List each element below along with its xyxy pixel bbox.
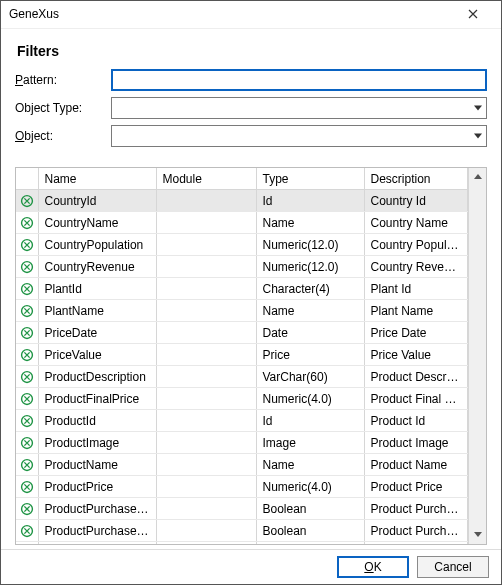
titlebar: GeneXus <box>1 1 501 29</box>
cell-type: Name <box>256 454 364 476</box>
cell-description: Product Purchas... <box>364 520 468 542</box>
object-type-label: Object Type: <box>15 101 111 115</box>
cell-module <box>156 344 256 366</box>
table-row[interactable]: ProductFinalPriceNumeric(4.0)Product Fin… <box>16 388 468 410</box>
cell-type: Numeric(4.0) <box>256 388 364 410</box>
cell-name: PriceDate <box>38 322 156 344</box>
chevron-down-icon <box>474 133 482 138</box>
table-row[interactable]: ProductPriceNumeric(4.0)Product Price <box>16 476 468 498</box>
cell-module <box>156 432 256 454</box>
attribute-icon <box>16 410 38 432</box>
scroll-up-button[interactable] <box>469 168 486 186</box>
cell-type: Numeric(12.0) <box>256 256 364 278</box>
table-row[interactable]: ProductPurchaseU...Character(3)Product P… <box>16 542 468 544</box>
table-row[interactable]: CountryPopulationNumeric(12.0)Country Po… <box>16 234 468 256</box>
cell-name: ProductPurchaseC... <box>38 520 156 542</box>
cell-module <box>156 190 256 212</box>
cell-type: Image <box>256 432 364 454</box>
cell-name: ProductDescription <box>38 366 156 388</box>
cell-type: Date <box>256 322 364 344</box>
table-row[interactable]: ProductNameNameProduct Name <box>16 454 468 476</box>
cell-description: Product Price <box>364 476 468 498</box>
attribute-icon <box>16 234 38 256</box>
results-grid: Name Module Type Description CountryIdId… <box>15 167 487 545</box>
dialog-window: GeneXus Filters Pattern: Object Type: Ob… <box>0 0 502 585</box>
table-row[interactable]: ProductDescriptionVarChar(60)Product Des… <box>16 366 468 388</box>
attribute-icon <box>16 432 38 454</box>
col-type[interactable]: Type <box>256 168 364 190</box>
table-row[interactable]: ProductIdIdProduct Id <box>16 410 468 432</box>
attribute-icon <box>16 542 38 544</box>
cell-description: Country Revenue <box>364 256 468 278</box>
pattern-input[interactable] <box>111 69 487 91</box>
close-button[interactable] <box>453 2 493 26</box>
cell-name: ProductName <box>38 454 156 476</box>
table-row[interactable]: PriceDateDatePrice Date <box>16 322 468 344</box>
ok-button[interactable]: OK <box>337 556 409 578</box>
attribute-icon <box>16 344 38 366</box>
object-row: Object: <box>15 125 487 147</box>
table-row[interactable]: PlantIdCharacter(4)Plant Id <box>16 278 468 300</box>
cell-description: Plant Name <box>364 300 468 322</box>
cell-name: CountryPopulation <box>38 234 156 256</box>
attribute-icon <box>16 388 38 410</box>
table-row[interactable]: PriceValuePricePrice Value <box>16 344 468 366</box>
attribute-icon <box>16 498 38 520</box>
col-icon[interactable] <box>16 168 38 190</box>
cell-type: Boolean <box>256 498 364 520</box>
cell-description: Product Name <box>364 454 468 476</box>
table-row[interactable]: PlantNameNamePlant Name <box>16 300 468 322</box>
cell-name: PlantId <box>38 278 156 300</box>
scroll-down-button[interactable] <box>469 526 486 544</box>
attribute-icon <box>16 322 38 344</box>
cell-name: CountryName <box>38 212 156 234</box>
attribute-icon <box>16 300 38 322</box>
cell-description: Country Populati... <box>364 234 468 256</box>
table-row[interactable]: ProductImageImageProduct Image <box>16 432 468 454</box>
object-type-row: Object Type: <box>15 97 487 119</box>
table-row[interactable]: CountryRevenueNumeric(12.0)Country Reven… <box>16 256 468 278</box>
cell-type: Character(4) <box>256 278 364 300</box>
cell-module <box>156 234 256 256</box>
vertical-scrollbar[interactable] <box>468 168 486 544</box>
object-type-combo[interactable] <box>111 97 487 119</box>
cell-module <box>156 256 256 278</box>
cell-description: Product Purchas... <box>364 498 468 520</box>
close-icon <box>468 9 478 19</box>
table-row[interactable]: CountryIdIdCountry Id <box>16 190 468 212</box>
pattern-label: Pattern: <box>15 73 111 87</box>
cell-type: Id <box>256 190 364 212</box>
cell-type: Numeric(12.0) <box>256 234 364 256</box>
pattern-row: Pattern: <box>15 69 487 91</box>
cell-name: ProductPrice <box>38 476 156 498</box>
col-name[interactable]: Name <box>38 168 156 190</box>
col-module[interactable]: Module <box>156 168 256 190</box>
chevron-down-icon <box>474 532 482 537</box>
attribute-icon <box>16 454 38 476</box>
dialog-footer: OK Cancel <box>1 549 501 584</box>
cell-type: Numeric(4.0) <box>256 476 364 498</box>
cell-name: PlantName <box>38 300 156 322</box>
cell-module <box>156 278 256 300</box>
cell-description: Product Final Pri... <box>364 388 468 410</box>
col-description[interactable]: Description <box>364 168 468 190</box>
cell-description: Product Id <box>364 410 468 432</box>
cell-name: ProductId <box>38 410 156 432</box>
table-row[interactable]: CountryNameNameCountry Name <box>16 212 468 234</box>
cell-module <box>156 542 256 544</box>
object-combo[interactable] <box>111 125 487 147</box>
cell-module <box>156 454 256 476</box>
cell-description: Plant Id <box>364 278 468 300</box>
cancel-button[interactable]: Cancel <box>417 556 489 578</box>
cell-description: Product Purchas... <box>364 542 468 544</box>
cell-module <box>156 322 256 344</box>
filters-heading: Filters <box>17 43 487 59</box>
table-row[interactable]: ProductPurchaseC...BooleanProduct Purcha… <box>16 520 468 542</box>
cell-name: PriceValue <box>38 344 156 366</box>
attribute-icon <box>16 190 38 212</box>
table-row[interactable]: ProductPurchaseA...BooleanProduct Purcha… <box>16 498 468 520</box>
cell-description: Product Image <box>364 432 468 454</box>
cell-description: Product Descripti... <box>364 366 468 388</box>
cell-type: Boolean <box>256 520 364 542</box>
cell-description: Price Date <box>364 322 468 344</box>
